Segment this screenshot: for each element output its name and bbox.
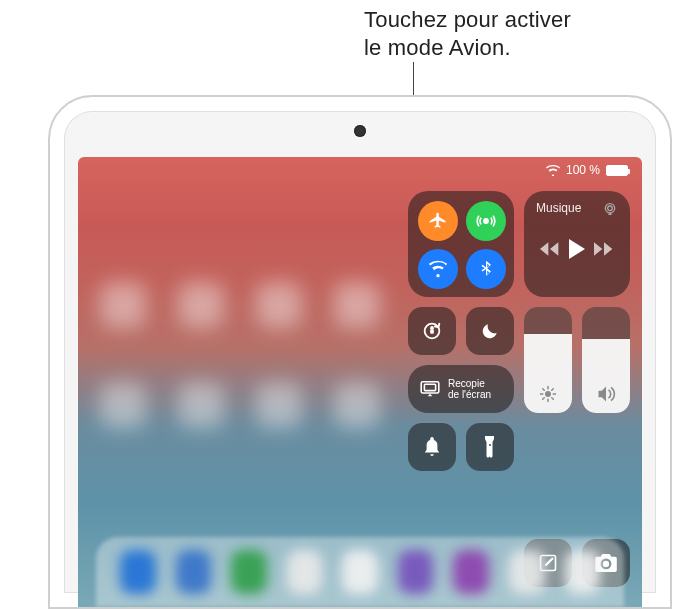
airdrop-toggle[interactable] [466,201,506,241]
brightness-slider[interactable] [524,307,572,413]
music-widget[interactable]: Musique [524,191,630,297]
previous-track-icon[interactable] [540,242,560,256]
airdrop-icon [476,211,496,231]
flashlight-toggle[interactable] [466,423,514,471]
ipad-device-frame: 100 % [48,95,672,609]
rotation-lock-toggle[interactable] [408,307,456,355]
brightness-icon [539,385,557,403]
svg-rect-8 [541,556,556,571]
note-icon [538,553,558,573]
music-app-label: Musique [536,201,581,215]
camera-icon [595,554,617,572]
next-track-icon[interactable] [594,242,614,256]
front-camera [354,125,366,137]
svg-point-0 [484,219,488,223]
svg-point-3 [425,324,440,339]
svg-rect-6 [424,384,435,390]
camera-shortcut[interactable] [582,539,630,587]
quick-note-button[interactable] [524,539,572,587]
airplane-mode-toggle[interactable] [418,201,458,241]
play-icon[interactable] [568,239,586,259]
svg-rect-5 [421,382,439,393]
connectivity-group[interactable] [408,191,514,297]
home-row-blur-2 [100,382,620,428]
rotation-lock-icon [421,320,443,342]
bluetooth-icon [476,259,496,279]
airplay-audio-icon[interactable] [602,201,618,217]
svg-point-7 [545,391,551,397]
wifi-icon [428,259,448,279]
flashlight-icon [484,436,496,458]
volume-icon [596,385,616,403]
screen-mirroring-button[interactable]: Recopie de l'écran [408,365,514,413]
control-center: Musique [402,185,632,593]
bell-icon [423,437,441,457]
callout-airplane-mode: Touchez pour activer le mode Avion. [364,6,571,61]
mute-toggle[interactable] [408,423,456,471]
screen-mirroring-label: Recopie de l'écran [448,378,491,401]
svg-point-1 [605,204,614,213]
do-not-disturb-toggle[interactable] [466,307,514,355]
svg-point-2 [608,206,613,211]
svg-rect-4 [430,329,434,334]
moon-icon [480,321,500,341]
battery-percentage: 100 % [566,163,600,177]
airplane-icon [428,211,448,231]
ipad-screen: 100 % [78,157,642,607]
home-row-blur-1 [100,282,620,328]
wifi-toggle[interactable] [418,249,458,289]
bluetooth-toggle[interactable] [466,249,506,289]
volume-slider[interactable] [582,307,630,413]
screen-mirror-icon [420,381,440,397]
battery-icon [606,165,628,176]
dock-blur [96,537,624,607]
status-bar: 100 % [546,163,628,177]
wifi-status-icon [546,165,560,176]
